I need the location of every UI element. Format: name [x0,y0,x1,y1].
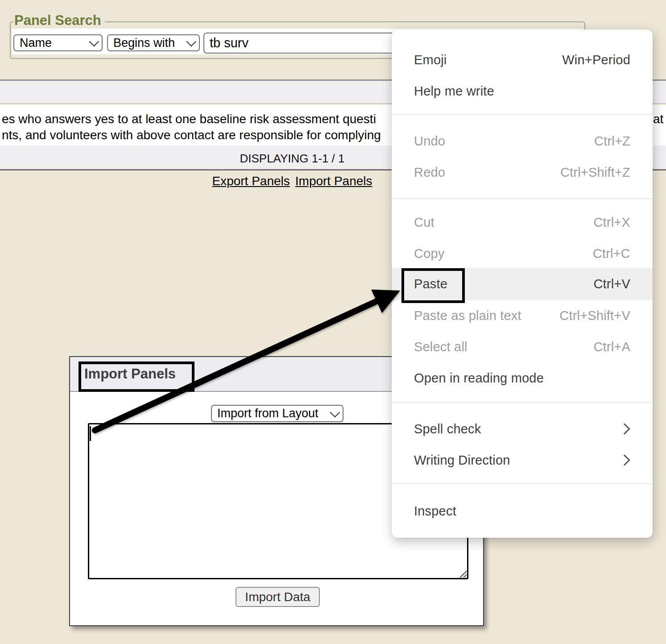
shortcut-label: Win+Period [562,53,630,67]
import-layout-select-value: Import from Layout [217,407,319,420]
row-text-line1-right-fragment: at [653,112,663,126]
menu-item-open-in-reading-mode[interactable]: Open in reading mode [392,362,653,394]
export-panels-link[interactable]: Export Panels [212,174,290,188]
menu-item-select-all[interactable]: Select all Ctrl+A [392,331,653,362]
search-operator-select[interactable]: Begins with [107,34,200,51]
annotation-box-import-panels [79,361,194,392]
text-cursor [90,426,91,441]
chevron-right-icon [619,423,630,434]
shortcut-label: Ctrl+Z [594,134,630,149]
chevron-down-icon [330,407,340,417]
menu-item-writing-direction[interactable]: Writing Direction [392,445,653,476]
menu-item-help-me-write[interactable]: Help me write [392,75,653,107]
menu-item-spell-check[interactable]: Spell check [392,413,653,445]
row-text-line1: es who answers yes to at least one basel… [2,112,376,126]
shortcut-label: Ctrl+C [593,246,630,261]
panel-search-legend: Panel Search [13,12,105,29]
shortcut-label: Ctrl+Shift+Z [560,165,630,180]
chevron-right-icon [619,454,630,465]
menu-separator [392,114,653,115]
shortcut-label: Ctrl+Shift+V [559,308,630,323]
shortcut-label: Ctrl+X [593,215,630,230]
annotation-box-paste [401,268,465,303]
search-field-select[interactable]: Name [13,34,103,51]
row-text-line2: nts, and volunteers with above contact a… [2,128,381,142]
menu-separator [392,198,653,199]
import-panels-link[interactable]: Import Panels [295,174,372,188]
search-field-select-value: Name [20,36,52,50]
menu-item-undo[interactable]: Undo Ctrl+Z [392,125,653,157]
chevron-down-icon [89,37,99,47]
import-layout-select[interactable]: Import from Layout [211,405,343,422]
shortcut-label: Ctrl+A [593,340,630,354]
import-data-button[interactable]: Import Data [236,587,320,607]
menu-item-inspect[interactable]: Inspect [392,495,653,527]
menu-item-redo[interactable]: Redo Ctrl+Shift+Z [392,157,653,188]
menu-item-cut[interactable]: Cut Ctrl+X [392,207,653,238]
menu-separator [392,402,653,403]
search-operator-select-value: Begins with [113,36,175,50]
menu-separator [392,483,653,484]
menu-item-copy[interactable]: Copy Ctrl+C [392,238,653,269]
menu-item-emoji[interactable]: Emoji Win+Period [392,44,653,75]
shortcut-label: Ctrl+V [593,277,630,291]
menu-item-paste-as-plain-text[interactable]: Paste as plain text Ctrl+Shift+V [392,300,653,331]
chevron-down-icon [186,37,197,47]
